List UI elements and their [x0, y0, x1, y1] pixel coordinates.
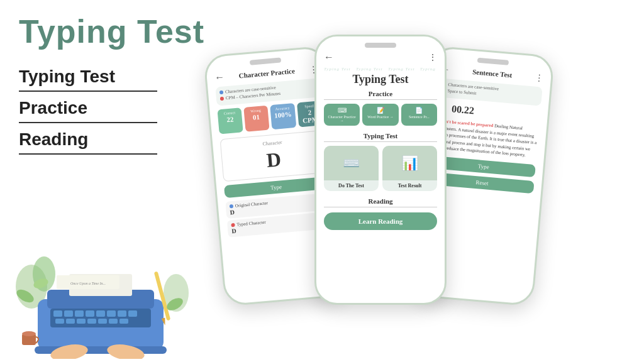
phone-notch — [249, 58, 281, 65]
badge-dot-1 — [219, 90, 224, 95]
phone2-header: ← ⋮ — [324, 52, 437, 63]
do-test-label: Do The Test — [324, 180, 379, 191]
passage-box: Don't be scared be prepared Dealing Natu… — [433, 118, 539, 160]
stat-accuracy-value: 100% — [274, 110, 292, 119]
practice-tabs: ⌨ Character Practice → 📝 Word Practice →… — [324, 104, 437, 126]
learn-reading-button[interactable]: Learn Reading — [324, 212, 437, 230]
timer-value: 00.22 — [451, 103, 474, 116]
svg-point-28 — [22, 331, 36, 336]
svg-rect-18 — [87, 319, 96, 324]
typed-dot — [231, 223, 235, 228]
svg-rect-7 — [53, 310, 62, 317]
phone-notch-3 — [477, 58, 509, 65]
sentence-tab-icon: 📄 — [403, 107, 435, 114]
card-test-result[interactable]: 📊 Test Result — [382, 146, 437, 191]
phone-notch-2 — [365, 43, 396, 48]
stat-correct-value: 22 — [221, 115, 238, 124]
character-section: Character D — [220, 130, 327, 182]
original-dot — [230, 204, 234, 209]
svg-rect-13 — [118, 310, 126, 317]
stat-wrong-value: 01 — [248, 112, 265, 121]
stat-correct: Correct 22 — [217, 107, 243, 134]
svg-rect-19 — [98, 319, 107, 324]
word-tab-label: Word Practice → — [364, 115, 396, 119]
phone3-title: Sentence Test — [450, 66, 535, 81]
svg-rect-8 — [64, 310, 73, 317]
char-display: D — [226, 145, 321, 176]
svg-rect-10 — [86, 310, 94, 317]
tab-sentence[interactable]: 📄 Sentence Pr... — [401, 104, 437, 126]
do-test-img: ⌨️ — [324, 146, 379, 180]
svg-rect-15 — [55, 319, 64, 324]
passage-text: Dealing Natural Disasters. A natural dis… — [438, 123, 536, 157]
card-do-test[interactable]: ⌨️ Do The Test — [324, 146, 379, 191]
char-tab-label: Character Practice → — [326, 115, 358, 123]
phone-typing-test: ← ⋮ Typing Test Typing Test Typing Test … — [314, 35, 447, 305]
svg-rect-21 — [119, 319, 128, 324]
word-tab-icon: 📝 — [364, 107, 396, 114]
svg-rect-20 — [109, 319, 118, 324]
test-result-img: 📊 — [382, 146, 437, 180]
sentence-tab-label: Sentence Pr... — [403, 115, 435, 119]
practice-heading: Practice — [324, 90, 437, 100]
menu-list: Typing Test Practice Reading — [19, 63, 157, 155]
svg-rect-11 — [96, 310, 105, 317]
menu-icon-3[interactable]: ⋮ — [534, 72, 543, 83]
tab-character[interactable]: ⌨ Character Practice → — [324, 104, 360, 126]
phone1-title: Character Practice — [224, 66, 309, 81]
stats-row: Correct 22 Wrong 01 Accuracy 100% Speed … — [217, 101, 323, 134]
svg-rect-16 — [66, 319, 75, 324]
badge-dot-2 — [220, 97, 225, 101]
back-icon[interactable]: ← — [214, 71, 225, 83]
back-icon-2[interactable]: ← — [324, 52, 334, 63]
menu-icon-2[interactable]: ⋮ — [428, 52, 437, 63]
page-title: Typing Test — [19, 13, 204, 50]
test-result-label: Test Result — [382, 180, 437, 191]
typewriter-illustration: Once Upon a Time In... — [6, 236, 201, 359]
menu-item-practice[interactable]: Practice — [19, 94, 157, 123]
svg-rect-12 — [107, 310, 116, 317]
menu-item-reading[interactable]: Reading — [19, 126, 157, 155]
char-tab-icon: ⌨ — [326, 107, 358, 114]
stat-wrong: Wrong 01 — [243, 106, 269, 132]
typing-test-heading: Typing Test — [324, 132, 437, 142]
phone2-title: Typing Test — [324, 73, 437, 86]
reading-heading: Reading — [324, 197, 437, 207]
watermark-strip: Typing Test Typing Test Typing Test Typi… — [324, 67, 437, 72]
stat-accuracy: Accuracy 100% — [270, 103, 297, 129]
svg-rect-14 — [128, 310, 137, 317]
p3-badge-text-2: Space to Submit — [447, 89, 476, 96]
svg-text:Once Upon a Time In...: Once Upon a Time In... — [70, 282, 106, 285]
test-cards: ⌨️ Do The Test 📊 Test Result — [324, 146, 437, 191]
tab-word[interactable]: 📝 Word Practice → — [362, 104, 398, 126]
menu-item-typing[interactable]: Typing Test — [19, 63, 157, 92]
svg-rect-9 — [75, 310, 84, 317]
svg-rect-17 — [77, 319, 86, 324]
